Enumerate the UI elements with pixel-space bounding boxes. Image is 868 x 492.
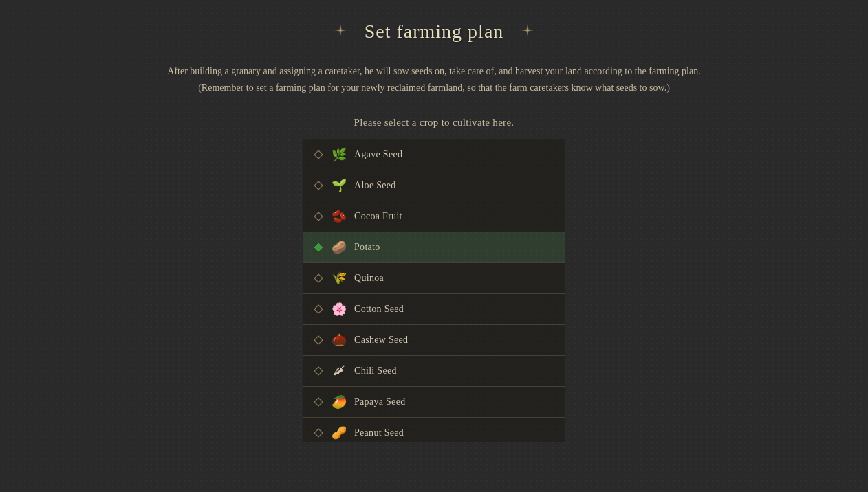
crop-icon: 🌱 <box>331 177 347 194</box>
list-item[interactable]: 🫘Cocoa Fruit <box>303 201 565 232</box>
header-line-right <box>552 32 785 32</box>
list-item[interactable]: 🌶Chili Seed <box>303 356 565 387</box>
select-diamond-icon <box>313 180 324 191</box>
crop-name: Cotton Seed <box>354 304 404 315</box>
list-item[interactable]: 🌱Aloe Seed <box>303 170 565 201</box>
crop-name: Potato <box>354 242 380 253</box>
crop-icon: 🌶 <box>331 363 347 379</box>
crop-icon: 🥔 <box>331 239 347 256</box>
list-item[interactable]: 🌸Cotton Seed <box>303 294 565 325</box>
list-item[interactable]: 🥜Peanut Seed <box>303 418 565 442</box>
description-line1: After building a granary and assigning a… <box>167 63 700 80</box>
ornament-right <box>520 23 535 41</box>
select-prompt: Please select a crop to cultivate here. <box>354 117 514 128</box>
select-diamond-icon <box>313 396 324 407</box>
crop-name: Chili Seed <box>354 366 397 377</box>
crop-name: Quinoa <box>354 273 384 284</box>
crop-name: Papaya Seed <box>354 396 405 407</box>
header-line-left <box>83 32 316 32</box>
crop-name: Cocoa Fruit <box>354 211 402 222</box>
crop-name: Aloe Seed <box>354 180 396 191</box>
crop-list[interactable]: 🌿Agave Seed 🌱Aloe Seed 🫘Cocoa Fruit 🥔Pot… <box>303 139 565 442</box>
list-item[interactable]: 🥭Papaya Seed <box>303 387 565 418</box>
crop-icon: 🫘 <box>331 208 347 225</box>
select-diamond-icon <box>313 211 324 222</box>
ornament-left <box>333 23 348 41</box>
list-item[interactable]: 🥔Potato <box>303 232 565 263</box>
select-diamond-icon <box>313 149 324 160</box>
select-diamond-icon <box>313 366 324 377</box>
crop-icon: 🌿 <box>331 146 347 163</box>
crop-icon: 🌾 <box>331 270 347 287</box>
select-diamond-icon <box>313 427 324 438</box>
select-diamond-icon <box>313 242 324 253</box>
crop-name: Cashew Seed <box>354 335 408 346</box>
crop-name: Peanut Seed <box>354 427 404 438</box>
select-diamond-icon <box>313 304 324 315</box>
crop-icon: 🌸 <box>331 301 347 317</box>
header: Set farming plan <box>0 21 868 43</box>
select-diamond-icon <box>313 335 324 346</box>
crop-icon: 🥜 <box>331 425 347 441</box>
list-item[interactable]: 🌰Cashew Seed <box>303 325 565 356</box>
select-diamond-icon <box>313 273 324 284</box>
crop-icon: 🌰 <box>331 332 347 348</box>
list-item[interactable]: 🌿Agave Seed <box>303 139 565 170</box>
crop-icon: 🥭 <box>331 394 347 410</box>
list-item[interactable]: 🌾Quinoa <box>303 263 565 294</box>
crop-name: Agave Seed <box>354 149 402 160</box>
description-line2: (Remember to set a farming plan for your… <box>167 80 700 96</box>
page-wrapper: Set farming plan After building a granar… <box>0 0 868 442</box>
description-block: After building a granary and assigning a… <box>153 63 714 96</box>
crop-list-container: 🌿Agave Seed 🌱Aloe Seed 🫘Cocoa Fruit 🥔Pot… <box>303 139 565 442</box>
page-title: Set farming plan <box>365 21 504 43</box>
